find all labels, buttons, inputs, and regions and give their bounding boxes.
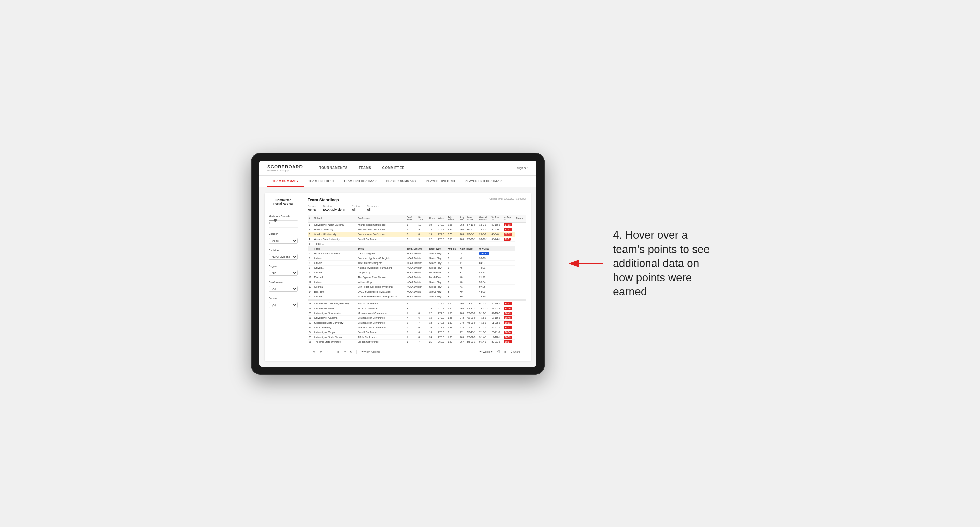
exp-rank-7: +0 — [459, 279, 478, 284]
wins-3: 272.6 — [437, 232, 447, 237]
low-1: 67-10-0 — [466, 222, 478, 227]
gender-filter-label: Gender: — [308, 205, 316, 208]
table-row: 25 University of North Florida ASUN Conf… — [308, 335, 525, 339]
tab-player-summary[interactable]: PLAYER SUMMARY — [382, 175, 422, 187]
watch-button[interactable]: 👁 Watch ▼ — [479, 350, 493, 353]
gender-filter-value: Men's — [308, 208, 316, 211]
conf-2: Southeastern Conference — [356, 227, 406, 232]
exp-rnds-1: 3 — [447, 251, 459, 256]
points-2[interactable]: 93.31 — [504, 228, 512, 231]
vs25-1: 50-10-0 — [491, 222, 503, 227]
nav-teams[interactable]: TEAMS — [353, 161, 377, 176]
avg-4: 265 — [459, 237, 466, 241]
points-22[interactable]: 88.81 — [504, 321, 512, 324]
exp-col-team: Team — [313, 246, 356, 251]
points-19[interactable]: 88.70 — [504, 307, 512, 310]
points-18[interactable]: 88.07 — [504, 302, 512, 305]
tab-team-summary[interactable]: TEAM SUMMARY — [267, 175, 304, 187]
event-row-7: 12 Univers... Williams Cup NCAA Division… — [308, 279, 525, 284]
rank-3: 3 — [308, 232, 313, 237]
main-nav: TOURNAMENTS TEAMS COMMITTEE — [314, 161, 515, 176]
exp-type-6: Match Play — [428, 275, 447, 279]
event-row-1: 6 Arizona State University Cabo Collegia… — [308, 251, 525, 256]
link-button[interactable]: ⚲ — [344, 350, 346, 353]
grid-button[interactable]: ⊞ — [504, 350, 507, 353]
rank-1: 1 — [308, 222, 313, 227]
forward-button[interactable]: → — [326, 350, 329, 353]
points-23[interactable]: 88.71 — [504, 326, 512, 329]
exp-pts-1[interactable]: 138.63 — [479, 252, 489, 255]
right-content: Team Standings Update time: 13/03/2024 1… — [302, 193, 531, 361]
filter-school: School (All) — [269, 297, 298, 308]
points-20[interactable]: 88.49 — [504, 312, 512, 315]
col-conf-rank: ConfRank — [406, 215, 417, 222]
low-4: 87-25-1 — [466, 237, 478, 241]
comment-button[interactable]: 💬 — [497, 350, 500, 353]
undo-button[interactable]: ↺ — [313, 350, 315, 353]
sign-out-button[interactable]: Sign out — [515, 166, 528, 170]
nav-tournaments[interactable]: TOURNAMENTS — [314, 161, 353, 176]
share-button[interactable]: ⤴ Share — [511, 350, 520, 353]
table-row: 24 University of Oregon Pac-12 Conferenc… — [308, 330, 525, 335]
exp-pts-6: 21.29 — [478, 275, 515, 279]
region-select[interactable]: N/A All — [269, 270, 298, 276]
exp-col-event: Event — [356, 246, 406, 251]
exp-rank-2: -1 — [459, 256, 478, 260]
points-21[interactable]: 88.48 — [504, 316, 512, 319]
points-1[interactable]: 97.03 — [504, 223, 512, 226]
division-filter-label: Division: — [323, 205, 345, 208]
event-row-10: 15 Univers... 2023 Sahalee Players Champ… — [308, 294, 525, 298]
points-26[interactable]: 88.94 — [504, 340, 512, 343]
exp-div-8: NCAA Division I — [406, 284, 428, 289]
col-low-score: LowScore — [466, 215, 478, 222]
nav-committee[interactable]: COMMITTEE — [377, 161, 410, 176]
col-adj-score: Adj.Score — [447, 215, 459, 222]
conference-select[interactable]: (All) — [269, 286, 298, 292]
points-4[interactable]: 79.5 — [504, 238, 511, 241]
tab-team-h2h-grid[interactable]: TEAM H2H GRID — [304, 175, 339, 187]
school-2: Auburn University — [313, 227, 356, 232]
exp-rank-10: +0 — [459, 294, 478, 298]
conference-label: Conference — [269, 281, 298, 284]
view-original-button[interactable]: 👁 View: Original — [361, 350, 380, 353]
overall-4: 33-19-1 — [478, 237, 491, 241]
exp-type-3: Stroke Play — [428, 260, 447, 265]
exp-rnds-9: 3 — [447, 289, 459, 294]
copy-button[interactable]: ⊞ — [337, 350, 340, 353]
exp-rnds-7: 3 — [447, 279, 459, 284]
exp-div-2: NCAA Division I — [406, 256, 428, 260]
tab-team-h2h-heatmap[interactable]: TEAM H2H HEATMAP — [339, 175, 382, 187]
settings-button[interactable]: ⚙ — [350, 350, 352, 353]
division-select[interactable]: NCAA Division I NCAA Division II NCAA Di… — [269, 254, 298, 260]
tab-player-h2h-heatmap[interactable]: PLAYER H2H HEATMAP — [460, 175, 506, 187]
min-rounds-slider[interactable] — [269, 220, 298, 221]
school-select[interactable]: (All) — [269, 302, 298, 308]
expanded-header-row: Team Event Event Division Event Type Rou… — [308, 246, 525, 251]
redo-button[interactable]: ↻ — [320, 350, 322, 353]
division-chip: Division: NCAA Division I — [323, 205, 345, 211]
rank-5: 5 — [308, 241, 313, 246]
gender-label: Gender — [269, 232, 298, 235]
gender-select[interactable]: Men's Women's — [269, 238, 298, 244]
points-3[interactable]: 90.32 — [504, 233, 512, 236]
notour-4: 9 — [417, 237, 428, 241]
gender-chip: Gender: Men's — [308, 205, 316, 211]
col-rnds: Rnds — [428, 215, 437, 222]
points-24[interactable]: 88.14 — [504, 331, 512, 334]
event-row-2: 7 Univers... Southern Highlands Collegia… — [308, 256, 525, 260]
exp-pts-8: 97.86 — [478, 284, 515, 289]
tab-player-h2h-grid[interactable]: PLAYER H2H GRID — [421, 175, 460, 187]
sidebar-title: Committee Portal Review — [269, 198, 298, 206]
avg-1: 262 — [459, 222, 466, 227]
exp-rnds-5: 2 — [447, 270, 459, 275]
points-25[interactable]: 88.99 — [504, 335, 512, 338]
exp-type-4: Stroke Play — [428, 265, 447, 270]
standings-table: # School Conference ConfRank NoTour Rnds… — [308, 215, 525, 344]
min-rounds-value: 5 — [269, 222, 298, 224]
table-row: 22 Mississippi State University Southeas… — [308, 320, 525, 325]
filter-row: Gender: Men's Division: NCAA Division I … — [308, 205, 525, 211]
tablet-screen: SCOREBOARD Powered by clippi TOURNAMENTS… — [259, 161, 536, 367]
conference-chip: Conference: All — [367, 205, 380, 211]
exp-type-10: Stroke Play — [428, 294, 447, 298]
exp-type-1: Stroke Play — [428, 251, 447, 256]
